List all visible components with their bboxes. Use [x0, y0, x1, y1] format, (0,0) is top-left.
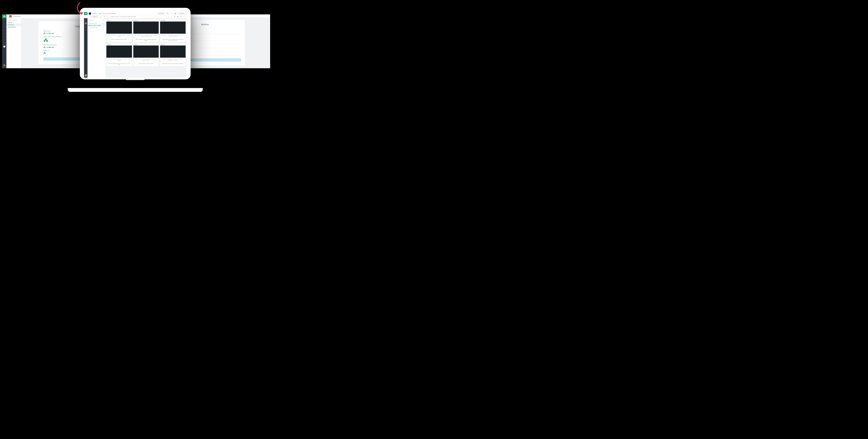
laptop-mockup: Projects › Looper › Shot Lists & Storybo… — [80, 8, 191, 88]
powered-by-badge — [2, 65, 6, 68]
shots-grid: Shot 1⋮MCU · Shallow Focus / LA / Single… — [105, 18, 186, 78]
sidebar-item-appnav[interactable]: App Navigation — [6, 26, 21, 28]
add-new-list[interactable]: + Add New List… — [88, 27, 105, 29]
more-button[interactable]: ⋯ — [170, 12, 173, 14]
layout-dropdown[interactable]: ▭ Layout ▾ — [90, 16, 99, 18]
rail-item[interactable] — [85, 26, 87, 28]
help-icon[interactable]: ? — [50, 30, 51, 32]
print-view-button[interactable]: Print View — [157, 12, 165, 14]
help-icon[interactable]: ? — [48, 50, 50, 51]
shot-header: Shot 1⋮ — [106, 20, 132, 22]
help-icon[interactable]: ? — [61, 36, 62, 37]
shot-title: Shot 3 — [107, 44, 111, 45]
shot-card[interactable]: Shot 4⋮Custom · OTS / Shallow Focus / Ey… — [133, 43, 159, 66]
shot-card[interactable]: Shot 2B⋮Shot Size… · Shallow Focus / Eye… — [160, 19, 186, 42]
acme-icon — [43, 46, 45, 49]
sidebar-section-head: CUSTOMIZATION — [6, 19, 21, 21]
hide-toggle[interactable]: HIDE — [102, 23, 104, 24]
nav-rail — [2, 18, 6, 68]
view-list-button[interactable]: ≣ — [174, 16, 176, 18]
shot-menu-icon[interactable]: ⋮ — [156, 44, 158, 45]
shot-card[interactable]: Shot 3⋮LS · 2-Shot / Deep Focus / Knee L… — [106, 43, 132, 66]
grid-button[interactable]: ▦ — [174, 12, 176, 14]
rail-item[interactable] — [3, 39, 5, 41]
brand-text: ACME INC — [46, 33, 54, 34]
scenes-sidebar: SCENES HIDE CUSTOM LISTS HIDE Scene from… — [88, 18, 105, 78]
shot-title: Shot 1 — [107, 20, 111, 21]
shot-thumbnail — [133, 22, 159, 34]
help-icon[interactable]: ? — [55, 44, 57, 46]
rail-item[interactable] — [3, 32, 5, 34]
shot-thumbnail — [106, 22, 132, 34]
shot-menu-icon[interactable]: ⋮ — [130, 44, 131, 45]
zoom-in-button[interactable]: + — [170, 16, 173, 18]
rail-item[interactable] — [3, 23, 5, 24]
view-grid-button[interactable]: ▦ — [177, 16, 179, 18]
shot-card[interactable]: Shot 5⋮MCU · OTS / Shallow Focus / Eye L… — [160, 43, 186, 66]
rail-item[interactable] — [3, 26, 5, 28]
shot-menu-icon[interactable]: ⋮ — [183, 20, 185, 21]
scenes-head: SCENES HIDE — [88, 19, 105, 21]
rail-item[interactable] — [3, 42, 5, 44]
rail-item[interactable] — [3, 19, 5, 21]
crumb-projects[interactable]: Projects — [92, 13, 97, 14]
app-topbar: Projects › Looper › Shot Lists & Storybo… — [84, 12, 186, 15]
app-badge — [9, 15, 12, 18]
studiobinder-icon — [3, 15, 5, 18]
crumb-project[interactable]: Looper — [98, 13, 102, 14]
hide-toggle[interactable]: HIDE — [102, 20, 104, 21]
rail-item[interactable] — [3, 29, 5, 31]
shot-title: Shot 4 — [134, 44, 137, 45]
shot-meta: Custom · OTS / Shallow Focus / Eye Level… — [133, 58, 159, 61]
shot-description: Stuart notices Claire walking down the h… — [160, 38, 186, 42]
shots-title: 7 Shots in SHOT LIST SCENE FROM LOOPER — [110, 16, 136, 17]
rail-item-active[interactable] — [3, 46, 5, 48]
shot-description: Stuart nervously tries to talk with his … — [160, 62, 186, 65]
studiobinder-icon — [85, 12, 87, 14]
breadcrumb: Customization — [13, 16, 21, 17]
shot-description: Stuart unwittingly strums his guitar. — [106, 38, 132, 41]
acme-icon — [43, 32, 45, 34]
shot-description: Claire, shocked, meets her father. — [133, 62, 159, 65]
shot-description: Stuart and Claire meet for the first tim… — [106, 62, 132, 66]
shot-title: Shot 5 — [161, 44, 164, 45]
search-icon[interactable]: ⌕ — [167, 16, 169, 18]
square-logo-preview[interactable] — [43, 38, 48, 43]
settings-button[interactable]: ✲ — [103, 16, 105, 18]
download-button[interactable]: ⬇ — [166, 12, 169, 14]
crumb-page: Shot Lists & Storyboards — [103, 13, 116, 14]
shot-menu-icon[interactable]: ⋮ — [156, 20, 158, 21]
sidebar-item-homepage[interactable]: Homepage — [6, 24, 21, 26]
shot-header: Shot 2A⋮ — [133, 20, 159, 22]
list-item-scene[interactable]: Scene from Looper — [88, 24, 105, 27]
shot-meta: LS · 2-Shot / Deep Focus / Knee Level · … — [106, 58, 132, 61]
user-avatar[interactable] — [85, 74, 87, 77]
settings-sidebar: CUSTOMIZATION General Homepage App Navig… — [6, 18, 21, 68]
app-toolbar: ▭ Layout ▾ ▷ ✲ ? 7 Shots in SHOT LIST SC… — [84, 15, 186, 18]
shot-header: Shot 4⋮ — [133, 43, 159, 46]
shot-meta: MCU · Shallow Focus / HA / Single · Stat… — [133, 34, 159, 37]
shot-meta: MCU · Shallow Focus / LA / Single · Stat… — [106, 34, 132, 37]
shot-menu-icon[interactable]: ⋮ — [183, 44, 185, 45]
favicon-preview[interactable] — [43, 52, 46, 54]
rail-item[interactable] — [85, 22, 87, 24]
play-button[interactable]: ▷ — [100, 16, 102, 18]
shot-card[interactable]: Shot 2A⋮MCU · Shallow Focus / HA / Singl… — [133, 19, 159, 42]
help-button[interactable]: ? — [106, 16, 109, 18]
view-board-button[interactable]: ⊞ — [180, 16, 182, 18]
shot-card[interactable]: Shot 1⋮MCU · Shallow Focus / LA / Single… — [106, 19, 132, 42]
brand-logo[interactable] — [2, 14, 6, 18]
filter-button[interactable]: ⚲ — [183, 16, 185, 18]
share-button[interactable]: ✎ Share — [178, 12, 185, 14]
rail-item[interactable] — [85, 19, 87, 21]
shot-menu-icon[interactable]: ⋮ — [130, 20, 131, 21]
shot-description: Stuart, deeply focused, continues playin… — [133, 38, 159, 42]
rail-item[interactable] — [3, 36, 5, 37]
zoom-out-button[interactable]: − — [164, 16, 166, 18]
rail-item[interactable] — [85, 29, 87, 31]
custom-lists-head: CUSTOM LISTS HIDE — [88, 22, 105, 24]
sidebar-item-general[interactable]: General — [6, 21, 21, 24]
shot-thumbnail — [106, 46, 132, 58]
brand-logo[interactable] — [84, 12, 88, 15]
shot-meta: Shot Size… · Shallow Focus / Eye Level /… — [160, 34, 186, 37]
